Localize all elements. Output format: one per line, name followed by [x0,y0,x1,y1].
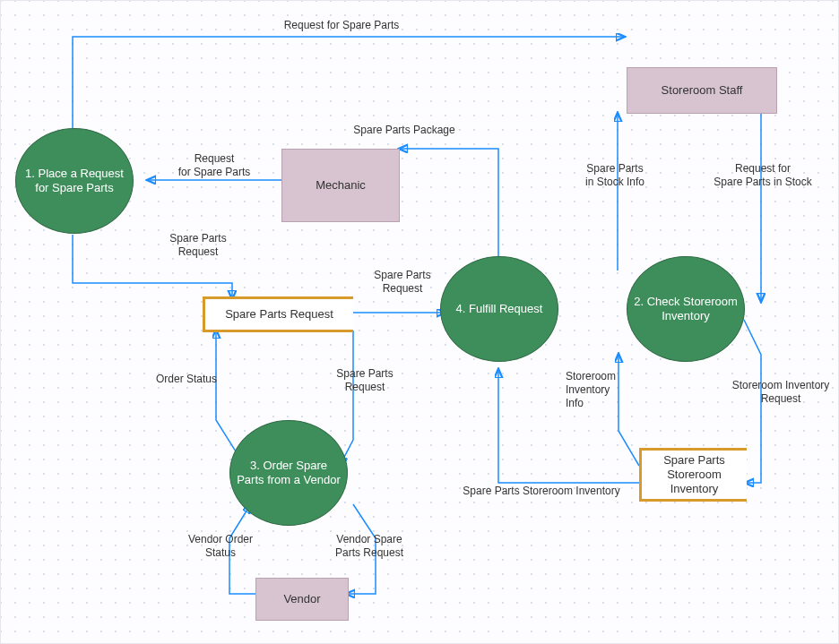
label-dsrequest-to-p3: Spare Parts Request [320,367,410,394]
process-1-place-request[interactable]: 1. Place a Request for Spare Parts [15,128,134,234]
label-storeroom-inventory-info: Storeroom Inventory Info [566,370,646,410]
ds-request-label: Spare Parts Request [225,307,333,322]
process-4-fulfill-request[interactable]: 4. Fulfill Request [440,256,558,362]
label-mechanic-to-p1: Request for Spare Parts [160,152,268,179]
entity-mechanic-label: Mechanic [316,178,366,193]
label-vendor-order-status: Vendor Order Status [171,533,270,560]
label-spare-parts-storeroom-inventory-flow: Spare Parts Storeroom Inventory [447,485,636,498]
label-request-for-spare-parts-top: Request for Spare Parts [261,19,422,32]
label-dsrequest-to-p4: Spare Parts Request [358,269,447,296]
label-storeroom-inventory-request: Storeroom Inventory Request [718,379,839,406]
label-vendor-spare-parts-request: Vendor Spare Parts Request [320,533,419,560]
process-2-check-inventory[interactable]: 2. Check Storeroom Inventory [627,256,745,362]
datastore-storeroom-inventory[interactable]: Spare Parts Storeroom Inventory [639,448,747,502]
label-order-status: Order Status [137,373,236,386]
process-3-label: 3. Order Spare Parts from a Vendor [236,459,342,488]
label-spare-parts-package: Spare Parts Package [333,124,476,137]
process-2-label: 2. Check Storeroom Inventory [633,295,739,324]
process-3-order-vendor[interactable]: 3. Order Spare Parts from a Vendor [229,420,348,526]
entity-mechanic[interactable]: Mechanic [281,149,400,222]
label-request-for-spare-parts-in-stock: Request for Spare Parts in Stock [700,162,826,189]
diagram-canvas[interactable]: { "nodes": { "p1": "1. Place a Request f… [0,0,839,644]
entity-storeroom-staff-label: Storeroom Staff [662,83,743,98]
entity-vendor[interactable]: Vendor [255,578,349,621]
label-p1-to-dsrequest: Spare Parts Request [144,232,252,259]
entity-vendor-label: Vendor [283,592,320,606]
process-1-label: 1. Place a Request for Spare Parts [22,167,127,196]
ds-inventory-label: Spare Parts Storeroom Inventory [651,453,738,497]
label-spare-parts-in-stock-info: Spare Parts in Stock Info [566,162,664,189]
process-4-label: 4. Fulfill Request [456,302,543,316]
entity-storeroom-staff[interactable]: Storeroom Staff [627,67,777,114]
datastore-spare-parts-request[interactable]: Spare Parts Request [203,296,353,332]
